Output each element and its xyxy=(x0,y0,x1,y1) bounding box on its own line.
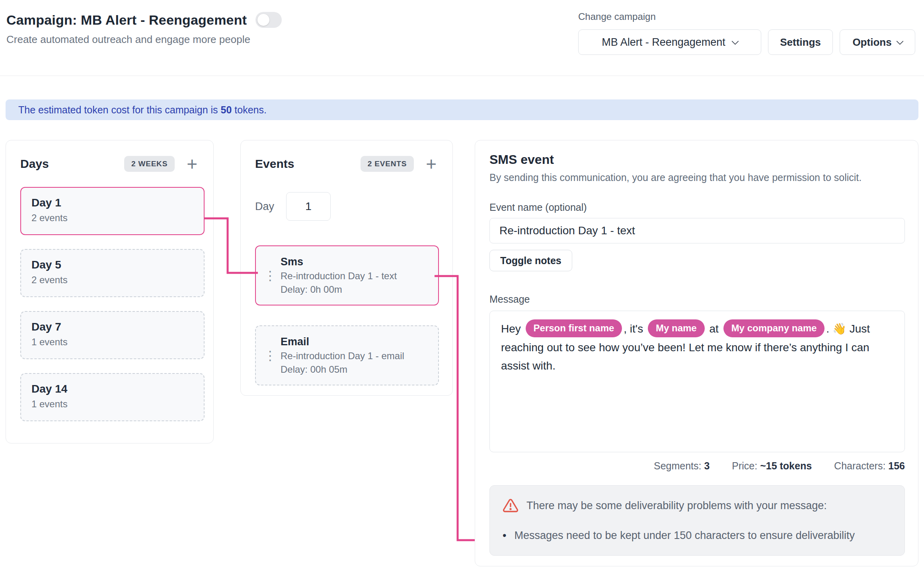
day-number-input[interactable] xyxy=(286,192,331,221)
campaign-select-value: MB Alert - Reengagement xyxy=(602,36,725,49)
message-editor[interactable]: Hey Person first name, it's My name at M… xyxy=(489,311,905,452)
message-text: , it's xyxy=(624,323,646,335)
add-event-button[interactable]: + xyxy=(424,155,438,173)
settings-button[interactable]: Settings xyxy=(768,29,833,55)
chevron-down-icon xyxy=(731,37,739,45)
toggle-notes-button[interactable]: Toggle notes xyxy=(489,250,572,271)
event-name: Re-introduction Day 1 - email xyxy=(281,350,429,362)
page-title: Campaign: MB Alert - Reengagement xyxy=(6,12,247,28)
days-panel: Days 2 WEEKS + Day 1 2 events Day 5 2 ev… xyxy=(6,140,214,444)
variable-pill-my-name[interactable]: My name xyxy=(648,319,705,337)
campaign-active-toggle[interactable] xyxy=(255,12,282,28)
day-card-subtitle: 1 events xyxy=(31,337,193,348)
sms-disclaimer: By sending this communication, you are a… xyxy=(489,172,905,183)
message-label: Message xyxy=(489,294,905,305)
event-name-input[interactable] xyxy=(489,218,905,243)
deliverability-warning: There may be some deliverability problem… xyxy=(489,485,905,556)
drag-handle-icon[interactable]: ⋮ xyxy=(264,348,277,363)
sms-event-title: SMS event xyxy=(489,152,905,167)
token-cost-banner: The estimated token cost for this campai… xyxy=(6,99,918,120)
day-card-subtitle: 2 events xyxy=(31,274,193,286)
event-name-label: Event name (optional) xyxy=(489,202,905,213)
campaign-builder-page: Campaign: MB Alert - Reengagement Create… xyxy=(0,0,924,568)
price-stat: Price: ~15 tokens xyxy=(732,460,812,472)
campaign-select[interactable]: MB Alert - Reengagement xyxy=(578,29,761,55)
drag-handle-icon[interactable]: ⋮ xyxy=(264,268,277,283)
variable-pill-person-first-name[interactable]: Person first name xyxy=(526,319,622,337)
chevron-down-icon xyxy=(896,37,903,45)
add-day-button[interactable]: + xyxy=(185,155,199,173)
event-name: Re-introduction Day 1 - text xyxy=(281,270,429,282)
day-card-title: Day 14 xyxy=(31,383,193,395)
token-count: 50 xyxy=(221,104,232,115)
banner-text: The estimated token cost for this campai… xyxy=(18,104,267,116)
day-card-day-1[interactable]: Day 1 2 events xyxy=(20,187,205,235)
day-card-day-7[interactable]: Day 7 1 events xyxy=(20,311,205,359)
bullet-glyph: • xyxy=(503,529,506,542)
day-card-subtitle: 1 events xyxy=(31,399,193,410)
day-number-label: Day xyxy=(255,200,274,213)
day-card-title: Day 5 xyxy=(31,259,193,271)
characters-stat: Characters: 156 xyxy=(834,460,905,472)
event-delay: Delay: 00h 05m xyxy=(281,364,429,375)
day-card-day-5[interactable]: Day 5 2 events xyxy=(20,249,205,297)
message-text: at xyxy=(706,323,722,335)
options-button[interactable]: Options xyxy=(840,29,915,55)
header-divider xyxy=(0,76,924,76)
toggle-knob xyxy=(257,14,269,26)
day-card-subtitle: 2 events xyxy=(31,212,193,224)
day-card-day-14[interactable]: Day 14 1 events xyxy=(20,373,205,421)
segments-stat: Segments: 3 xyxy=(654,460,710,472)
sms-event-panel: SMS event By sending this communication,… xyxy=(475,140,918,566)
event-delay: Delay: 0h 00m xyxy=(281,284,429,295)
event-type: Email xyxy=(281,336,429,348)
day-card-title: Day 1 xyxy=(31,196,193,209)
alert-triangle-icon xyxy=(503,498,519,514)
weeks-badge: 2 WEEKS xyxy=(124,156,175,172)
options-button-label: Options xyxy=(852,36,891,49)
day-card-title: Day 7 xyxy=(31,321,193,333)
event-type: Sms xyxy=(281,256,429,268)
variable-pill-my-company-name[interactable]: My company name xyxy=(723,319,825,337)
change-campaign-label: Change campaign xyxy=(578,11,656,22)
message-text: Hey xyxy=(501,323,524,335)
event-card-sms[interactable]: ⋮ Sms Re-introduction Day 1 - text Delay… xyxy=(255,245,439,305)
warning-title: There may be some deliverability problem… xyxy=(526,500,827,512)
warning-bullet-text: Messages need to be kept under 150 chara… xyxy=(514,529,855,542)
page-header: Campaign: MB Alert - Reengagement Create… xyxy=(6,12,918,46)
header-actions: Change campaign MB Alert - Reengagement … xyxy=(575,10,918,66)
events-panel: Events 2 EVENTS + Day ⋮ Sms Re-introduct… xyxy=(240,140,453,396)
message-stats: Segments: 3 Price: ~15 tokens Characters… xyxy=(489,460,905,472)
events-panel-title: Events xyxy=(255,157,294,171)
days-panel-title: Days xyxy=(20,157,49,171)
events-badge: 2 EVENTS xyxy=(361,156,414,172)
event-card-email[interactable]: ⋮ Email Re-introduction Day 1 - email De… xyxy=(255,325,439,385)
settings-button-label: Settings xyxy=(780,36,821,49)
